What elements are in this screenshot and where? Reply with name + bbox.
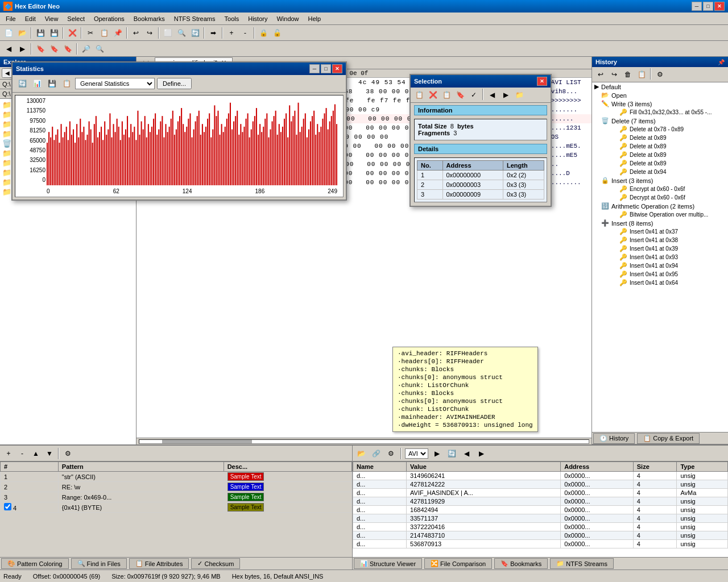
stats-minimize-btn[interactable]: ─	[309, 64, 320, 73]
stats-chart-btn[interactable]: 📊	[31, 77, 43, 90]
pattern-row-1[interactable]: 1 "str" (ASCII) Sample Text	[1, 472, 352, 482]
hist-arith[interactable]: 🔢 Arithmetic Operation (2 items)	[592, 202, 728, 210]
open-button[interactable]: 📂	[16, 27, 28, 39]
menu-tools[interactable]: Tools	[220, 14, 244, 23]
struct-prev-btn[interactable]: ◀	[460, 447, 473, 460]
goto-button[interactable]: ➡	[207, 27, 220, 39]
struct-btn1[interactable]: 📂	[355, 447, 367, 460]
stats-type-select[interactable]: General Statistics	[75, 78, 155, 89]
pattern-sample-4[interactable]: Sample Text	[228, 503, 264, 512]
hist-insert2[interactable]: ➕ Insert (8 items)	[592, 219, 728, 227]
tab-bookmarks[interactable]: 🔖 Bookmarks	[494, 558, 548, 569]
menu-edit[interactable]: Edit	[20, 14, 40, 23]
close-button[interactable]: ✕	[714, 2, 725, 11]
struct-row-8[interactable]: d...21474837100x0000...4unsig	[353, 531, 728, 540]
tab-file-compare[interactable]: 🔀 File Comparison	[424, 558, 492, 569]
pattern-add-btn[interactable]: +	[2, 447, 15, 460]
pattern-sample-3[interactable]: Sample Text	[228, 493, 264, 501]
nav-back-button[interactable]: ◀	[2, 43, 15, 55]
cut-button[interactable]: ✂	[84, 27, 97, 39]
sel-btn4[interactable]: 🔖	[454, 89, 466, 101]
struct-row-3[interactable]: d...AVIF_HASINDEX | A...0x0000...4AvMa	[353, 489, 728, 497]
struct-next-btn[interactable]: ▶	[475, 447, 487, 460]
close-file-button[interactable]: ❌	[66, 27, 78, 39]
selection-close-btn[interactable]: ✕	[537, 77, 547, 86]
hist-copy-btn[interactable]: 📋	[635, 68, 648, 81]
hist-ins1[interactable]: 🔑Insert 0x41 at 0x37	[592, 227, 728, 236]
stats-maximize-btn[interactable]: □	[321, 64, 331, 73]
hist-ins7[interactable]: 🔑Insert 0x41 at 0x64	[592, 278, 728, 287]
tab-find-files[interactable]: 🔍 Find in Files	[71, 558, 127, 569]
copy-button[interactable]: 📋	[98, 27, 110, 39]
pattern-row-3[interactable]: 3 Range: 0x469-0... Sample Text	[1, 492, 352, 502]
undo-button[interactable]: ↩	[130, 27, 142, 39]
menu-window[interactable]: Window	[272, 14, 303, 23]
tab-struct-viewer[interactable]: 📊 Structure Viewer	[354, 558, 422, 569]
tab-pattern-coloring[interactable]: 🎨 Pattern Coloring	[1, 558, 69, 569]
redo-button[interactable]: ↪	[143, 27, 156, 39]
hist-enc1[interactable]: 🔑 Encrypt at 0x60 - 0x6f	[592, 185, 728, 193]
hist-bitwise[interactable]: 🔑 Bitwise Operation over multip...	[592, 210, 728, 219]
encrypt-button[interactable]: 🔒	[257, 27, 270, 39]
zoom-in-button[interactable]: 🔎	[80, 43, 92, 55]
tab-file-attrs[interactable]: 📋 File Attributes	[129, 558, 189, 569]
pattern-up-btn[interactable]: ▲	[30, 447, 42, 460]
hist-del4[interactable]: 🔑 Delete at 0x89	[592, 151, 728, 159]
menu-ntfs-streams[interactable]: NTFS Streams	[169, 14, 220, 23]
delete-button[interactable]: -	[239, 27, 251, 39]
hist-ins4[interactable]: 🔑Insert 0x41 at 0x93	[592, 253, 728, 261]
hist-ins6[interactable]: 🔑Insert 0x41 at 0x95	[592, 270, 728, 278]
hist-del1[interactable]: 🔑 Delete at 0x78 - 0x89	[592, 125, 728, 134]
struct-format-select[interactable]: AVI	[405, 448, 428, 459]
hist-clear-btn[interactable]: 🗑	[622, 68, 634, 81]
tab-history[interactable]: 🕐 History	[593, 433, 635, 444]
insert-button[interactable]: +	[225, 27, 238, 39]
hist-ins2[interactable]: 🔑Insert 0x41 at 0x38	[592, 236, 728, 244]
hist-undo-btn[interactable]: ↩	[594, 68, 607, 81]
struct-row-5[interactable]: d...168424940x0000...4unsig	[353, 506, 728, 514]
hex-hscrollbar[interactable]	[136, 438, 592, 444]
hscroll-thumb[interactable]	[162, 440, 252, 443]
maximize-button[interactable]: □	[703, 2, 713, 11]
history-pin-icon[interactable]: 📌	[718, 59, 725, 65]
hist-settings-btn[interactable]: ⚙	[653, 68, 666, 81]
minimize-button[interactable]: ─	[692, 2, 702, 11]
history-tree[interactable]: ▶ Default 📂 Open ✏️ Write (3 items) 🔑 Fi…	[592, 82, 728, 432]
menu-select[interactable]: Select	[63, 14, 89, 23]
struct-row-9[interactable]: d...5368709130x0000...4unsig	[353, 540, 728, 548]
struct-row-6[interactable]: d...335711370x0000...4unsig	[353, 514, 728, 523]
pattern-row-2[interactable]: 2 RE: \w Sample Text	[1, 482, 352, 492]
hist-ins5[interactable]: 🔑Insert 0x41 at 0x94	[592, 261, 728, 270]
decrypt-button[interactable]: 🔓	[271, 27, 283, 39]
hist-fill-item[interactable]: 🔑 Fill 0x31,0x32,0x33... at 0x55 -...	[592, 108, 728, 117]
menu-file[interactable]: File	[1, 14, 20, 23]
sel-btn5[interactable]: ✓	[468, 89, 480, 101]
stats-define-btn[interactable]: Define...	[157, 78, 192, 89]
sel-btn1[interactable]: 📋	[413, 89, 425, 101]
menu-bookmarks[interactable]: Bookmarks	[129, 14, 169, 23]
struct-refresh-btn[interactable]: 🔄	[445, 447, 458, 460]
struct-row-4[interactable]: d...42781199290x0000...4unsig	[353, 497, 728, 506]
hist-del2[interactable]: 🔑 Delete at 0x89	[592, 134, 728, 142]
pattern-check-4[interactable]	[4, 503, 11, 510]
tab-copy-export[interactable]: 📋 Copy & Export	[637, 433, 700, 444]
stats-save-btn[interactable]: 💾	[46, 77, 58, 90]
sel-btn3[interactable]: 📋	[440, 89, 453, 101]
hist-delete[interactable]: 🗑️ Delete (7 items)	[592, 117, 728, 125]
hist-dec1[interactable]: 🔑 Decrypt at 0x60 - 0x6f	[592, 193, 728, 202]
new-button[interactable]: 📄	[2, 27, 15, 39]
pattern-sample-1[interactable]: Sample Text	[228, 472, 264, 481]
struct-row-2[interactable]: d...42781242220x0000...4unsig	[353, 480, 728, 489]
hist-del6[interactable]: 🔑 Delete at 0x94	[592, 168, 728, 176]
hist-write[interactable]: ✏️ Write (3 items)	[592, 99, 728, 108]
menu-operations[interactable]: Operations	[89, 14, 129, 23]
hist-default[interactable]: ▶ Default	[592, 82, 728, 91]
struct-row-1[interactable]: d...31496062410x0000...4unsig	[353, 472, 728, 480]
window-controls[interactable]: ─ □ ✕	[692, 2, 725, 11]
menu-history[interactable]: History	[243, 14, 272, 23]
struct-btn2[interactable]: 🔗	[370, 447, 382, 460]
stats-close-btn[interactable]: ✕	[332, 64, 342, 73]
hscroll-track[interactable]	[139, 439, 589, 444]
tab-ntfs[interactable]: 📁 NTFS Streams	[550, 558, 614, 569]
replace-button[interactable]: 🔄	[189, 27, 201, 39]
